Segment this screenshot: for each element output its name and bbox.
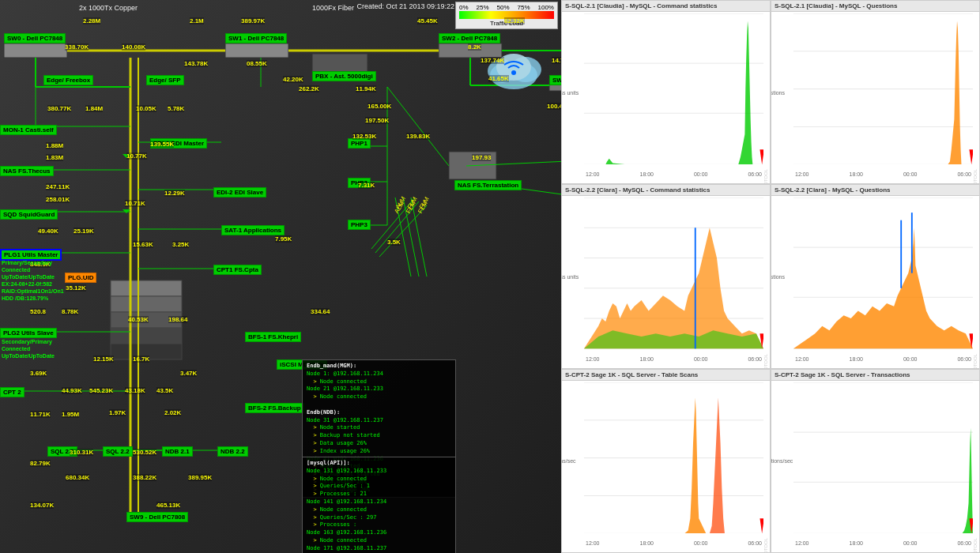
traffic-197.93: 197.93 bbox=[472, 154, 491, 161]
svg-rect-8 bbox=[111, 280, 182, 296]
plg2-status: Secondary/PrimaryConnectedUpToDate/UpToD… bbox=[2, 338, 55, 359]
graph3-xlabels: 12:0018:0000:0006:00 bbox=[586, 356, 762, 362]
traffic-1.97K: 1.97K bbox=[109, 409, 126, 416]
traffic-14.77K: 14.77K bbox=[552, 57, 561, 64]
graph4-watermark: RRDTOOL bbox=[973, 354, 978, 369]
traffic-11.94K: 11.94K bbox=[356, 85, 376, 92]
graph-sql22-questions: S-SQL-2.2 [Clara] - MySQL - Questions qu… bbox=[771, 184, 980, 368]
traffic-258.01K: 258.01K bbox=[46, 196, 70, 203]
svg-marker-97 bbox=[793, 21, 973, 165]
svg-marker-123 bbox=[793, 228, 973, 349]
traffic-1.88M: 1.88M bbox=[46, 142, 63, 149]
graph5-ylabel: scans/sec bbox=[561, 458, 576, 464]
traffic-10.77K: 10.77K bbox=[126, 152, 147, 160]
sqd-label: SQD SquidGuard bbox=[0, 209, 58, 220]
traffic-3.69K: 3.69K bbox=[30, 370, 47, 377]
sat1-label: SAT-1 Applications bbox=[221, 225, 285, 235]
graph5-xlabels: 12:0018:0000:0006:00 bbox=[586, 540, 762, 546]
svg-rect-11 bbox=[111, 328, 182, 344]
graph4-title: S-SQL-2.2 [Clara] - MySQL - Questions bbox=[771, 185, 979, 196]
graph4-xlabels: 12:0018:0000:0006:00 bbox=[795, 356, 971, 362]
ndb11-label: NDB 2.1 bbox=[162, 446, 193, 457]
graph2-ylabel: questions bbox=[771, 90, 785, 96]
graph1-ylabel: access units bbox=[561, 90, 579, 96]
sw2-label: SW2 - Dell PC7848 bbox=[439, 33, 500, 43]
traffic-49.40K: 49.40K bbox=[38, 228, 58, 235]
svg-marker-138 bbox=[706, 397, 763, 533]
traffic-82.79K: 82.79K bbox=[30, 460, 51, 467]
svg-rect-0 bbox=[4, 43, 67, 58]
traffic-10.71K: 10.71K bbox=[125, 200, 145, 207]
svg-marker-139 bbox=[760, 518, 763, 533]
bfs2-label: BFS-2 FS.Backup bbox=[245, 403, 304, 413]
graph3-ylabel: access units bbox=[561, 274, 579, 280]
graph2-title: S-SQL-2.1 [Claudia] - MySQL - Questions bbox=[771, 1, 979, 12]
traffic-43.18K: 43.18K bbox=[125, 387, 145, 394]
traffic-198.64: 198.64 bbox=[168, 316, 187, 323]
mysql-api-info: [mysql(API)]: Node 131 @192.168.11.233 >… bbox=[302, 457, 456, 553]
traffic-45.45K: 45.45K bbox=[417, 17, 438, 24]
traffic-143.78K: 143.78K bbox=[184, 60, 208, 67]
traffic-12.29K: 12.29K bbox=[164, 190, 185, 197]
traffic-5.78K: 5.78K bbox=[168, 105, 184, 112]
traffic-10.05K: 10.05K bbox=[136, 105, 156, 112]
graph5-watermark: RRDTOOL bbox=[763, 538, 768, 553]
traffic-44.93K: 44.93K bbox=[62, 387, 82, 394]
traffic-545.23K: 545.23K bbox=[89, 387, 113, 394]
plg-uid-label: PLG.UID bbox=[65, 273, 96, 283]
title-left: 2x 1000Tx Copper bbox=[79, 4, 138, 12]
traffic-7.95K: 7.95K bbox=[275, 235, 292, 243]
traffic-389.97K: 389.97K bbox=[241, 17, 265, 24]
traffic-262.2K: 262.2K bbox=[299, 85, 319, 92]
traffic-197.50K: 197.50K bbox=[365, 117, 389, 124]
svg-marker-85 bbox=[584, 21, 763, 165]
graph6-title: S-CPT-2 Sage 1K - SQL Server - Transacti… bbox=[771, 370, 979, 381]
traffic-338.70K: 338.70K bbox=[65, 43, 89, 51]
traffic-1.84M: 1.84M bbox=[85, 105, 103, 112]
graphs-panel: S-SQL-2.1 [Claudia] - MySQL - Command st… bbox=[561, 0, 980, 553]
created-timestamp: Created: Oct 21 2013 09:19:22 bbox=[356, 2, 454, 10]
graph6-ylabel: transactions/sec bbox=[771, 458, 793, 464]
graph-sql21-questions: S-SQL-2.1 [Claudia] - MySQL - Questions … bbox=[771, 0, 980, 184]
traffic-62.32K: 62.32K bbox=[504, 17, 525, 24]
traffic-139.83K: 139.83K bbox=[406, 133, 430, 140]
traffic-2.02K-2: 2.02K bbox=[164, 409, 181, 416]
sw0-label: SW0 - Dell PC7848 bbox=[4, 33, 66, 43]
traffic-2.1M: 2.1M bbox=[190, 17, 204, 24]
graph3-title: S-SQL-2.2 [Clara] - MySQL - Command stat… bbox=[562, 185, 770, 196]
title-center: 1000Fx Fiber bbox=[312, 4, 354, 12]
svg-marker-86 bbox=[760, 149, 763, 164]
traffic-43.5K: 43.5K bbox=[156, 387, 173, 394]
svg-point-76 bbox=[511, 70, 516, 75]
traffic-680.34K: 680.34K bbox=[66, 474, 89, 481]
cloud-icon bbox=[482, 47, 545, 99]
traffic-100.47: 100.47 bbox=[547, 103, 561, 110]
traffic-42.20K: 42.20K bbox=[283, 76, 303, 83]
graph-sql22-commands: S-SQL-2.2 [Clara] - MySQL - Command stat… bbox=[561, 184, 771, 368]
traffic-520.8: 520.8 bbox=[30, 308, 46, 315]
traffic-334.64: 334.64 bbox=[311, 308, 330, 315]
traffic-3.25K: 3.25K bbox=[172, 241, 189, 248]
graph-cpt2-transactions: S-CPT-2 Sage 1K - SQL Server - Transacti… bbox=[771, 369, 980, 553]
mon-casti-label: MON-1 Casti.self bbox=[0, 125, 57, 135]
sw9-label: SW9 - Dell PC7808 bbox=[126, 512, 188, 522]
graph6-watermark: RRDTOOL bbox=[973, 538, 978, 553]
traffic-1.95M: 1.95M bbox=[62, 411, 79, 418]
plg2-label: PLG2 Utils Slave bbox=[0, 328, 57, 338]
traffic-465.13K: 465.13K bbox=[156, 502, 180, 509]
graph1-xlabels: 12:0018:0000:0006:00 bbox=[586, 171, 762, 177]
nas-terra-label: NAS FS.Terrastation bbox=[454, 180, 522, 190]
traffic-15.63K: 15.63K bbox=[133, 241, 153, 248]
svg-marker-137 bbox=[584, 397, 763, 533]
pbx-label: PBX - Ast. 5000digi bbox=[312, 71, 376, 81]
cpt2-label: CPT 2 bbox=[0, 387, 24, 397]
traffic-139.55K: 139.55K bbox=[150, 141, 174, 148]
nas-thecus-label: NAS FS.Thecus bbox=[0, 166, 54, 176]
traffic-08.55K: 08.55K bbox=[247, 60, 267, 67]
edge-sfp-label: Edge/ SFP bbox=[146, 75, 184, 85]
svg-line-48 bbox=[387, 87, 449, 166]
traffic-137.74K: 137.74K bbox=[481, 57, 504, 64]
graph6-xlabels: 12:0018:0000:0006:00 bbox=[795, 540, 971, 546]
ndb12-label: NDB 2.2 bbox=[217, 446, 248, 457]
graph2-watermark: RRDTOOL bbox=[973, 169, 978, 184]
